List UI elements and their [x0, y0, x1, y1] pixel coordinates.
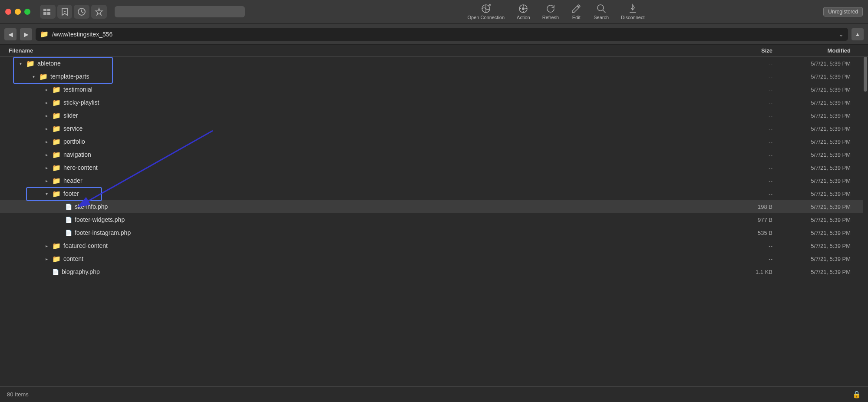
item-size: -- — [720, 243, 772, 249]
chevron-right-icon: ▸ — [43, 87, 50, 92]
list-item[interactable]: ▾ 📁 template-parts -- 5/7/21, 5:39 PM — [0, 70, 868, 83]
list-item[interactable]: ▸ 📁 navigation -- 5/7/21, 5:39 PM — [0, 148, 868, 161]
unregistered-badge: Unregistered — [823, 7, 863, 16]
path-dropdown[interactable]: ⌄ — [838, 31, 844, 38]
chevron-down-icon: ▾ — [43, 191, 50, 196]
forward-button[interactable]: ▶ — [20, 28, 32, 40]
list-item[interactable]: ▸ 📄 footer-widgets.php 977 B 5/7/21, 5:3… — [0, 213, 868, 226]
item-name: service — [63, 125, 83, 132]
chevron-down-icon: ▾ — [17, 61, 23, 66]
chevron-right-icon: ▸ — [43, 244, 50, 248]
list-item[interactable]: ▸ 📁 portfolio -- 5/7/21, 5:39 PM — [0, 135, 868, 148]
file-icon: 📄 — [52, 269, 59, 275]
item-size: 198 B — [720, 204, 772, 210]
svg-rect-0 — [43, 9, 46, 11]
edit-label: Edit — [572, 15, 581, 20]
bookmark2-btn[interactable] — [91, 5, 107, 19]
disconnect-label: Disconnect — [621, 15, 644, 20]
folder-icon: 📁 — [26, 59, 35, 68]
titlebar: Open Connection Action Refresh — [0, 0, 868, 24]
item-modified: 5/7/21, 5:39 PM — [772, 112, 859, 119]
disconnect-button[interactable]: Disconnect — [615, 2, 650, 22]
column-size: Size — [720, 47, 772, 54]
open-connection-label: Open Connection — [467, 15, 505, 20]
item-modified: 5/7/21, 5:39 PM — [772, 99, 859, 106]
item-size: -- — [720, 165, 772, 171]
svg-line-18 — [603, 10, 605, 13]
list-item[interactable]: ▸ 📄 footer-instagram.php 535 B 5/7/21, 5… — [0, 226, 868, 239]
svg-marker-19 — [631, 5, 634, 10]
item-name: footer-widgets.php — [75, 216, 125, 223]
folder-icon: 📁 — [52, 164, 61, 172]
item-name: featured-content — [63, 242, 108, 249]
refresh-label: Refresh — [542, 15, 559, 20]
list-item[interactable]: ▸ 📁 slider -- 5/7/21, 5:39 PM — [0, 109, 868, 122]
item-modified: 5/7/21, 5:39 PM — [772, 60, 859, 67]
list-item[interactable]: ▸ 📁 header -- 5/7/21, 5:39 PM — [0, 174, 868, 187]
item-modified: 5/7/21, 5:39 PM — [772, 204, 859, 210]
item-size: -- — [720, 191, 772, 197]
item-size: 1.1 KB — [720, 269, 772, 275]
list-item[interactable]: ▸ 📄 biography.php 1.1 KB 5/7/21, 5:39 PM — [0, 265, 868, 278]
svg-rect-3 — [47, 12, 50, 15]
bookmark-btn[interactable] — [57, 5, 72, 19]
folder-icon: 📁 — [52, 255, 61, 263]
open-connection-button[interactable]: Open Connection — [461, 2, 511, 22]
refresh-button[interactable]: Refresh — [536, 2, 565, 22]
chevron-right-icon: ▸ — [43, 152, 50, 157]
item-modified: 5/7/21, 5:39 PM — [772, 217, 859, 223]
edit-button[interactable]: Edit — [565, 2, 587, 22]
list-item[interactable]: ▸ 📁 testimonial -- 5/7/21, 5:39 PM — [0, 83, 868, 96]
toolbar-actions: Open Connection Action Refresh — [249, 2, 863, 22]
item-modified: 5/7/21, 5:39 PM — [772, 191, 859, 197]
list-item[interactable]: ▸ 📁 sticky-playlist -- 5/7/21, 5:39 PM — [0, 96, 868, 109]
item-size: -- — [720, 256, 772, 262]
item-name: sticky-playlist — [63, 99, 99, 106]
traffic-lights — [5, 9, 30, 15]
folder-icon: 📁 — [52, 177, 61, 185]
item-name: content — [63, 255, 83, 262]
folder-icon: 📁 — [39, 72, 48, 81]
list-item[interactable]: ▸ 📁 service -- 5/7/21, 5:39 PM — [0, 122, 868, 135]
folder-icon: 📁 — [52, 190, 61, 198]
minimize-button[interactable] — [15, 9, 21, 15]
svg-point-12 — [522, 7, 525, 10]
item-name: header — [63, 177, 83, 184]
item-name: abletone — [37, 60, 61, 67]
item-size: -- — [720, 152, 772, 158]
list-item[interactable]: ▾ 📁 abletone -- 5/7/21, 5:39 PM — [0, 57, 868, 70]
path-text: /www/testingsitex_556 — [52, 31, 112, 38]
list-item[interactable]: ▸ 📁 hero-content -- 5/7/21, 5:39 PM — [0, 161, 868, 174]
file-icon: 📄 — [65, 217, 72, 223]
item-size: -- — [720, 86, 772, 93]
item-name: slider — [63, 112, 78, 119]
scrollbar-thumb[interactable] — [864, 57, 867, 92]
toolbar-left — [40, 5, 107, 19]
list-item[interactable]: ▸ 📁 content -- 5/7/21, 5:39 PM — [0, 252, 868, 265]
close-button[interactable] — [5, 9, 11, 15]
item-name: template-parts — [50, 73, 89, 80]
chevron-right-icon: ▸ — [43, 139, 50, 144]
item-size: 535 B — [720, 230, 772, 236]
item-modified: 5/7/21, 5:39 PM — [772, 256, 859, 262]
statusbar: 80 Items 🔒 — [0, 386, 868, 402]
item-size: -- — [720, 112, 772, 119]
up-button[interactable]: ▲ — [851, 28, 864, 40]
item-name: portfolio — [63, 138, 85, 145]
item-modified: 5/7/21, 5:39 PM — [772, 125, 859, 132]
action-button[interactable]: Action — [511, 2, 536, 22]
folder-icon: 📁 — [52, 86, 61, 94]
search-button[interactable]: Search — [587, 2, 615, 22]
folder-icon: 📁 — [52, 138, 61, 146]
action-label: Action — [517, 15, 530, 20]
icon-list-btn[interactable] — [40, 5, 56, 19]
folder-icon: 📁 — [52, 151, 61, 159]
maximize-button[interactable] — [24, 9, 30, 15]
list-item[interactable]: ▸ 📁 featured-content -- 5/7/21, 5:39 PM — [0, 239, 868, 252]
list-item[interactable]: ▸ 📄 site-info.php 198 B 5/7/21, 5:39 PM — [0, 200, 868, 213]
folder-icon: 📁 — [52, 125, 61, 133]
history-btn[interactable] — [74, 5, 89, 19]
back-button[interactable]: ◀ — [4, 28, 17, 40]
list-item[interactable]: ▾ 📁 footer -- 5/7/21, 5:39 PM — [0, 187, 868, 200]
path-bar: 📁 /www/testingsitex_556 ⌄ — [36, 28, 848, 41]
